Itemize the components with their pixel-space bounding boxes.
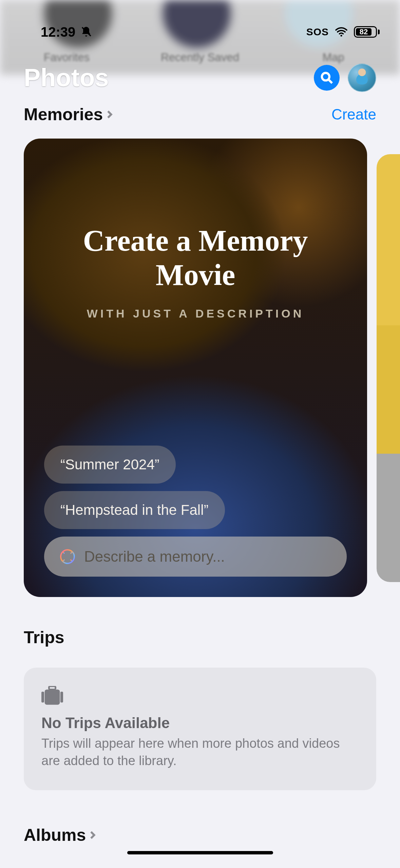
- search-button[interactable]: [314, 65, 340, 91]
- describe-memory-placeholder: Describe a memory...: [84, 548, 225, 565]
- home-indicator[interactable]: [127, 851, 273, 854]
- svg-line-12: [63, 560, 64, 561]
- trips-empty-card: No Trips Available Trips will appear her…: [24, 668, 376, 790]
- chevron-right-icon: [105, 110, 114, 119]
- svg-line-9: [63, 552, 64, 554]
- svg-point-2: [322, 73, 329, 80]
- background-thumbnail-labels: Favorites Recently Saved Map: [0, 51, 400, 64]
- wifi-icon: [335, 25, 348, 38]
- describe-memory-input[interactable]: Describe a memory...: [44, 537, 347, 577]
- albums-section-header: Albums: [24, 825, 376, 845]
- svg-line-11: [71, 552, 72, 554]
- next-memory-card-peek[interactable]: [377, 154, 400, 582]
- app-header: Photos: [24, 63, 376, 92]
- suitcase-icon: [41, 686, 63, 705]
- section-title-text: Trips: [24, 628, 64, 647]
- memory-card-title: Create a Memory Movie: [47, 223, 343, 292]
- create-memory-button[interactable]: Create: [331, 106, 376, 123]
- thumb-label: Favorites: [0, 51, 133, 64]
- status-sos: SOS: [306, 26, 329, 38]
- trips-section-title: Trips: [24, 628, 64, 647]
- memories-section-link[interactable]: Memories: [24, 105, 114, 124]
- memories-section-header: Memories Create: [24, 105, 376, 124]
- svg-rect-13: [45, 689, 60, 705]
- dnd-bell-slash-icon: [80, 26, 92, 38]
- profile-avatar[interactable]: [348, 64, 376, 92]
- section-title-text: Albums: [24, 825, 86, 845]
- page-title: Photos: [24, 63, 109, 92]
- status-time: 12:39: [41, 24, 75, 40]
- status-bar: 12:39 SOS 82: [0, 22, 400, 42]
- memory-suggestion-chip[interactable]: “Hempstead in the Fall”: [44, 491, 225, 529]
- svg-rect-15: [60, 692, 63, 703]
- albums-section-link[interactable]: Albums: [24, 825, 97, 845]
- battery-indicator: 82: [354, 26, 380, 38]
- svg-rect-16: [49, 686, 55, 690]
- svg-point-1: [340, 35, 342, 37]
- trips-section-header: Trips: [24, 628, 376, 647]
- thumb-label: Map: [267, 51, 400, 64]
- thumb-label: Recently Saved: [133, 51, 267, 64]
- svg-rect-14: [41, 692, 44, 703]
- memory-suggestion-chip[interactable]: “Summer 2024”: [44, 446, 176, 484]
- apple-intelligence-icon: [59, 548, 76, 565]
- search-icon: [320, 71, 333, 84]
- trips-empty-heading: No Trips Available: [41, 715, 359, 731]
- svg-line-10: [71, 560, 72, 561]
- section-title-text: Memories: [24, 105, 103, 124]
- trips-empty-body: Trips will appear here when more photos …: [41, 735, 359, 770]
- battery-percentage: 82: [356, 28, 372, 36]
- create-memory-movie-card[interactable]: Create a Memory Movie WITH JUST A DESCRI…: [24, 139, 367, 597]
- memory-card-subtitle: WITH JUST A DESCRIPTION: [47, 307, 343, 320]
- chevron-right-icon: [88, 830, 97, 840]
- svg-line-3: [329, 79, 332, 83]
